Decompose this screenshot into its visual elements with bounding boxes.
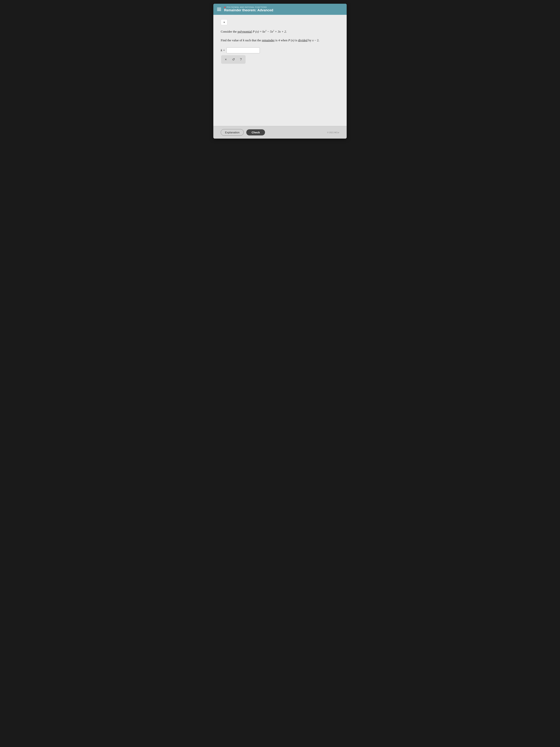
header-subtitle: POLYNOMIAL AND RATIONAL FUNCTIONS: [224, 6, 273, 8]
hamburger-menu-icon[interactable]: [217, 8, 221, 11]
divided-link[interactable]: divided: [298, 38, 308, 42]
chevron-row: ▾: [221, 19, 339, 25]
help-button[interactable]: ?: [239, 57, 243, 62]
answer-label: k =: [221, 49, 225, 52]
answer-input[interactable]: [226, 47, 260, 53]
explanation-button[interactable]: Explanation: [221, 129, 244, 136]
polynomial-link[interactable]: polynomial: [238, 30, 252, 33]
bottom-bar: Explanation Check © 2021 MCor: [213, 126, 347, 138]
header-dot-icon: [224, 7, 225, 8]
problem-math-1: P (x) = kx3 − 5x2 + 3x + 2.: [252, 30, 287, 33]
answer-row: k =: [221, 47, 339, 53]
problem-prefix-1: Consider the: [221, 30, 237, 33]
close-icon: ×: [225, 58, 227, 61]
help-icon: ?: [240, 58, 242, 61]
remainder-link[interactable]: remainder: [262, 38, 275, 42]
action-buttons-row: × ↺ ?: [221, 55, 245, 64]
close-button[interactable]: ×: [224, 57, 228, 62]
undo-icon: ↺: [232, 57, 235, 61]
problem-line-2: Find the value of k such that the remain…: [221, 38, 339, 43]
header-title: Remainder theorem: Advanced: [224, 8, 273, 12]
problem-line-1: Consider the polynomial P (x) = kx3 − 5x…: [221, 29, 339, 34]
content-area: ▾ Consider the polynomial P (x) = kx3 − …: [213, 15, 347, 126]
chevron-down-icon: ▾: [223, 21, 225, 24]
copyright-text: © 2021 MCor: [327, 131, 339, 134]
check-button[interactable]: Check: [246, 129, 265, 135]
app-header: POLYNOMIAL AND RATIONAL FUNCTIONS Remain…: [213, 4, 347, 15]
chevron-down-button[interactable]: ▾: [221, 19, 228, 25]
undo-button[interactable]: ↺: [231, 57, 236, 62]
header-title-area: POLYNOMIAL AND RATIONAL FUNCTIONS Remain…: [224, 6, 273, 12]
